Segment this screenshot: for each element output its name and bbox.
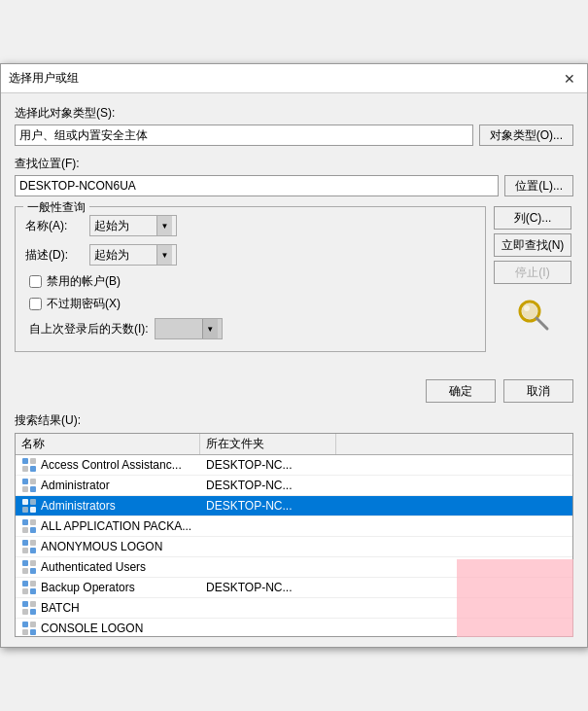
- svg-rect-32: [22, 601, 28, 607]
- location-input[interactable]: [15, 175, 499, 196]
- table-row[interactable]: Access Control Assistanc... DESKTOP-NC..…: [16, 455, 572, 476]
- location-button[interactable]: 位置(L)...: [504, 175, 573, 196]
- col-name-header: 名称: [16, 434, 200, 454]
- cell-name: Administrator: [16, 476, 200, 495]
- no-expire-pwd-row: 不过期密码(X): [29, 296, 475, 312]
- row-name-text: Administrators: [41, 499, 116, 513]
- cell-name: Access Control Assistanc...: [16, 455, 200, 475]
- days-label: 自上次登录后的天数(I):: [29, 321, 149, 338]
- name-combo[interactable]: 起始为 ▼: [89, 215, 177, 236]
- days-combo[interactable]: ▼: [155, 318, 223, 339]
- svg-point-3: [524, 305, 530, 311]
- row-name-text: Access Control Assistanc...: [41, 458, 182, 472]
- user-group-icon: [21, 457, 37, 473]
- object-type-input[interactable]: [15, 124, 473, 146]
- row-name-text: CONSOLE LOGON: [41, 622, 143, 635]
- disabled-accounts-row: 禁用的帐户(B): [29, 273, 475, 290]
- search-results-label: 搜索结果(U):: [15, 412, 573, 429]
- object-type-button[interactable]: 对象类型(O)...: [479, 124, 573, 146]
- desc-label: 描述(D):: [25, 247, 84, 264]
- svg-rect-26: [22, 568, 28, 574]
- table-header: 名称 所在文件夹: [16, 434, 572, 455]
- user-group-icon: [21, 580, 37, 595]
- svg-rect-38: [22, 629, 28, 635]
- svg-rect-25: [30, 560, 36, 566]
- row-name-text: Administrator: [41, 479, 110, 492]
- name-combo-arrow: ▼: [156, 216, 172, 235]
- group-box-title: 一般性查询: [23, 199, 89, 216]
- row-icon: [21, 600, 37, 616]
- stop-button[interactable]: 停止(I): [494, 261, 571, 284]
- user-group-icon: [21, 518, 37, 534]
- user-group-icon: [21, 600, 37, 616]
- name-row: 名称(A): 起始为 ▼: [25, 215, 475, 236]
- dialog-content: 选择此对象类型(S): 对象类型(O)... 查找位置(F): 位置(L)...…: [1, 93, 587, 373]
- cell-name: BATCH: [16, 598, 200, 618]
- row-icon: [21, 478, 37, 493]
- desc-combo-value: 起始为: [94, 247, 156, 264]
- svg-rect-22: [22, 548, 28, 553]
- svg-rect-13: [30, 499, 36, 505]
- search-icon-container: [494, 296, 573, 335]
- left-area: 一般性查询 名称(A): 起始为 ▼ 描述(D): 起始为: [15, 206, 486, 362]
- user-group-icon: [21, 498, 37, 514]
- pink-overlay: [457, 559, 573, 637]
- user-group-icon: [21, 478, 37, 493]
- svg-rect-37: [30, 622, 36, 627]
- right-buttons-area: 列(C)... 立即查找(N) 停止(I): [486, 206, 573, 362]
- svg-rect-21: [30, 540, 36, 546]
- disabled-accounts-checkbox[interactable]: [29, 275, 42, 288]
- svg-rect-10: [22, 486, 28, 492]
- desc-row: 描述(D): 起始为 ▼: [25, 244, 475, 266]
- desc-combo-arrow: ▼: [156, 245, 172, 265]
- row-name-text: BATCH: [41, 601, 80, 615]
- svg-rect-23: [30, 548, 36, 553]
- col-button[interactable]: 列(C)...: [494, 206, 571, 230]
- svg-rect-29: [30, 581, 36, 587]
- days-row: 自上次登录后的天数(I): ▼: [29, 318, 475, 339]
- cell-folder: DESKTOP-NC...: [200, 497, 336, 515]
- user-group-icon: [21, 621, 37, 636]
- svg-rect-33: [30, 601, 36, 607]
- svg-rect-16: [22, 519, 28, 525]
- search-now-button[interactable]: 立即查找(N): [494, 233, 571, 257]
- bottom-buttons: 确定 取消: [1, 373, 587, 412]
- object-type-row: 对象类型(O)...: [15, 124, 573, 146]
- table-row[interactable]: Administrators DESKTOP-NC...: [16, 496, 572, 516]
- cell-folder: DESKTOP-NC...: [200, 477, 336, 494]
- svg-rect-11: [30, 486, 36, 492]
- cell-name: CONSOLE LOGON: [16, 619, 200, 637]
- svg-rect-24: [22, 560, 28, 566]
- svg-rect-31: [30, 588, 36, 594]
- svg-point-1: [522, 303, 537, 319]
- cell-name: Authenticated Users: [16, 557, 200, 577]
- svg-line-2: [536, 318, 547, 329]
- title-bar: 选择用户或组 ✕: [1, 64, 587, 93]
- row-icon: [21, 518, 37, 534]
- svg-rect-9: [30, 479, 36, 484]
- location-row: 位置(L)...: [15, 175, 573, 196]
- svg-rect-19: [30, 527, 36, 533]
- ok-button[interactable]: 确定: [426, 379, 496, 403]
- name-label: 名称(A):: [25, 218, 84, 234]
- row-icon: [21, 457, 37, 473]
- table-row[interactable]: Administrator DESKTOP-NC...: [16, 476, 572, 496]
- table-row[interactable]: ALL APPLICATION PACKA...: [16, 516, 572, 537]
- svg-rect-12: [22, 499, 28, 505]
- svg-rect-7: [30, 466, 36, 472]
- desc-combo[interactable]: 起始为 ▼: [89, 244, 177, 266]
- days-combo-arrow: ▼: [202, 319, 218, 338]
- location-label: 查找位置(F):: [15, 156, 573, 172]
- row-icon: [21, 559, 37, 575]
- cancel-button[interactable]: 取消: [503, 379, 573, 403]
- select-user-dialog: 选择用户或组 ✕ 选择此对象类型(S): 对象类型(O)... 查找位置(F):…: [0, 63, 588, 648]
- table-row[interactable]: ANONYMOUS LOGON: [16, 537, 572, 557]
- no-expire-pwd-checkbox[interactable]: [29, 298, 42, 310]
- row-icon: [21, 539, 37, 554]
- cell-folder: [200, 565, 336, 569]
- row-icon: [21, 621, 37, 636]
- row-name-text: ANONYMOUS LOGON: [41, 540, 162, 553]
- no-expire-pwd-label: 不过期密码(X): [47, 296, 121, 312]
- cell-folder: [200, 524, 336, 528]
- close-button[interactable]: ✕: [560, 69, 579, 89]
